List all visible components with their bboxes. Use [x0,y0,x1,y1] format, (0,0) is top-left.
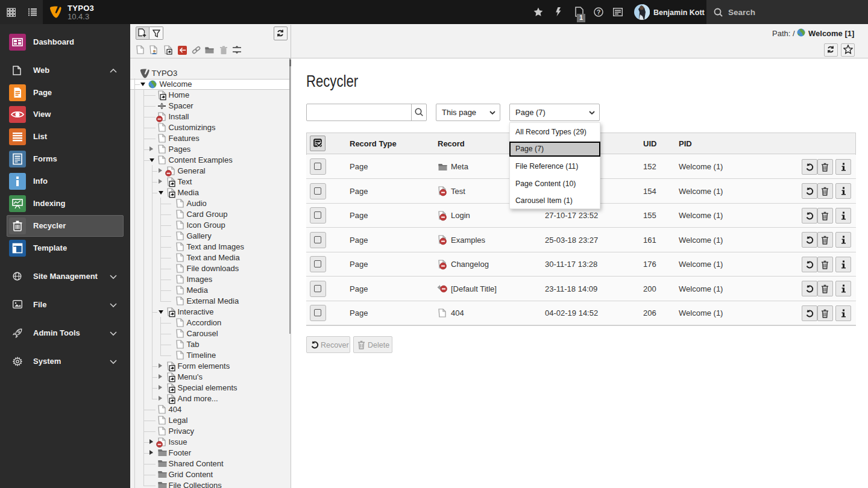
svg-text:?: ? [597,8,601,16]
